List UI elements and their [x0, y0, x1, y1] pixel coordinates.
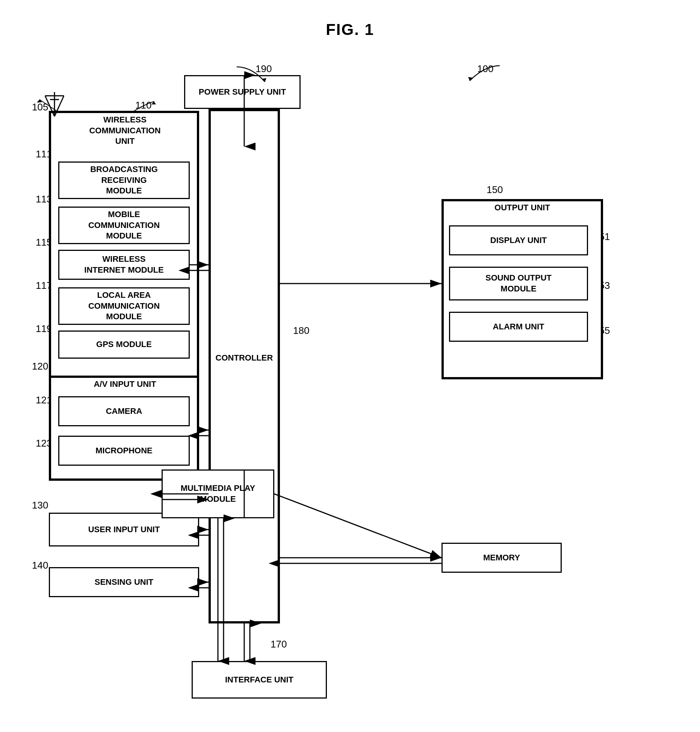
ref-150: 150: [487, 184, 503, 196]
controller-label: CONTROLLER: [209, 353, 280, 363]
mobile-communication-module-box: MOBILECOMMUNICATIONMODULE: [58, 207, 190, 244]
gps-module-box: GPS MODULE: [58, 331, 190, 359]
interface-unit-box: INTERFACE UNIT: [192, 661, 327, 699]
local-area-communication-module-box: LOCAL AREACOMMUNICATIONMODULE: [58, 287, 190, 325]
sound-output-module-box: SOUND OUTPUTMODULE: [449, 267, 588, 300]
ref-140: 140: [32, 560, 48, 571]
multimedia-play-module-box: MULTIMEDIA PLAYMODULE: [162, 469, 274, 518]
ref-170: 170: [271, 638, 287, 650]
alarm-unit-box: ALARM UNIT: [449, 312, 588, 342]
svg-line-31: [274, 494, 441, 558]
diagram: FIG. 1 190 100 105 110 111 113 115 117 1…: [0, 0, 700, 732]
wireless-communication-unit-label: WIRELESSCOMMUNICATIONUNIT: [54, 115, 195, 147]
wireless-internet-module-box: WIRELESSINTERNET MODULE: [58, 250, 190, 280]
sensing-unit-box: SENSING UNIT: [49, 567, 199, 597]
ref-100-arrow: [462, 62, 507, 92]
broadcasting-receiving-module-box: BROADCASTINGRECEIVINGMODULE: [58, 161, 190, 199]
ref-105-curve: [34, 96, 71, 115]
output-unit-label: OUTPUT UNIT: [445, 203, 599, 213]
av-input-unit-label: A/V INPUT UNIT: [54, 379, 195, 389]
ref-130: 130: [32, 500, 48, 511]
camera-box: CAMERA: [58, 396, 190, 426]
memory-box: MEMORY: [441, 543, 562, 573]
figure-title: FIG. 1: [326, 21, 374, 39]
ref-120: 120: [32, 361, 48, 372]
ref-190-arrow: [229, 63, 274, 93]
microphone-box: MICROPHONE: [58, 436, 190, 466]
controller-box: [209, 109, 280, 623]
ref-180: 180: [293, 325, 309, 337]
ref-110-arrow: [128, 98, 165, 116]
display-unit-box: DISPLAY UNIT: [449, 225, 588, 255]
